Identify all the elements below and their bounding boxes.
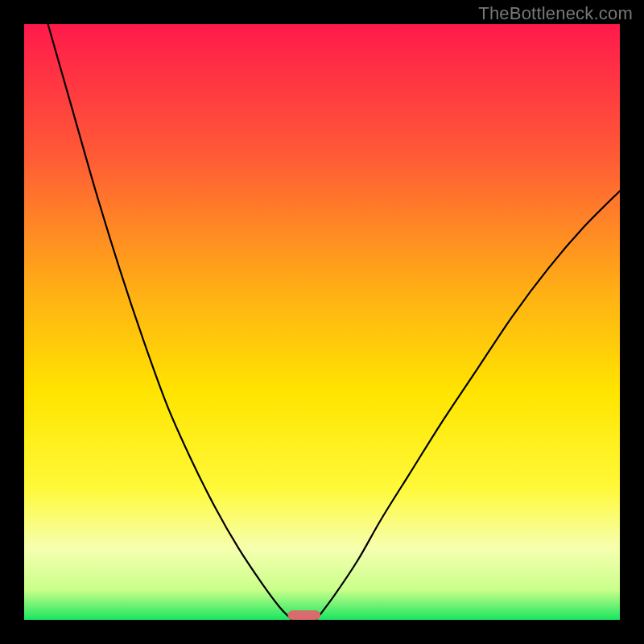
gradient-background	[24, 24, 620, 620]
bottleneck-marker	[287, 610, 320, 620]
plot-area	[24, 24, 620, 620]
chart-frame: TheBottleneck.com	[0, 0, 644, 644]
watermark-text: TheBottleneck.com	[478, 3, 633, 24]
bottleneck-chart	[24, 24, 620, 620]
